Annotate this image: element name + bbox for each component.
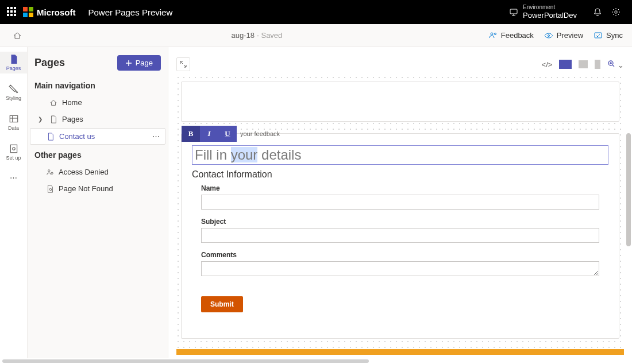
svg-point-8 xyxy=(12,148,15,150)
feedback-button[interactable]: Feedback xyxy=(488,31,534,40)
command-bar: aug-18 - Saved Feedback Preview Sync xyxy=(0,24,632,47)
more-options-icon[interactable]: ⋯ xyxy=(152,132,160,141)
feedback-icon xyxy=(488,31,498,40)
home-icon xyxy=(49,99,57,107)
svg-rect-5 xyxy=(595,33,602,38)
tree-item-not-found[interactable]: Page Not Found xyxy=(33,181,162,196)
field-subject: Subject xyxy=(201,218,599,243)
saved-indicator: - Saved xyxy=(255,31,282,40)
tree-item-pages[interactable]: ❯ Pages xyxy=(33,111,162,127)
tree-item-contact-us[interactable]: Contact us ⋯ xyxy=(30,128,165,145)
document-name: aug-18 xyxy=(231,31,254,40)
zoom-button[interactable]: ⌄ xyxy=(607,60,624,69)
preview-button[interactable]: Preview xyxy=(544,31,583,40)
environment-picker[interactable]: Environment PowerPortalDev xyxy=(509,4,577,20)
lock-person-icon xyxy=(46,168,54,176)
document-status: aug-18 - Saved xyxy=(25,31,488,40)
page-search-icon xyxy=(46,185,54,193)
rail-more[interactable]: ⋯ xyxy=(10,173,18,182)
input-subject[interactable] xyxy=(201,228,599,243)
microsoft-logo-icon xyxy=(23,7,33,17)
gear-icon xyxy=(611,7,621,17)
canvas-section-top[interactable] xyxy=(181,82,619,122)
page-icon xyxy=(9,54,19,64)
app-launcher-icon[interactable] xyxy=(7,7,17,17)
notifications-button[interactable] xyxy=(588,3,607,21)
viewport-tablet[interactable] xyxy=(579,60,588,68)
rail-data[interactable]: Data xyxy=(0,111,27,133)
code-view-button[interactable]: </> xyxy=(542,60,553,69)
svg-point-4 xyxy=(548,34,549,36)
page-icon xyxy=(49,115,57,123)
main-nav-tree: Home ❯ Pages Contact us ⋯ xyxy=(33,95,162,145)
svg-rect-0 xyxy=(510,9,517,14)
underline-button[interactable]: U xyxy=(218,126,237,142)
tree-item-access-denied[interactable]: Access Denied xyxy=(33,164,162,180)
design-canvas: </> ⌄ B I U your feedback Fill in your d… xyxy=(168,47,632,358)
main-nav-heading: Main navigation xyxy=(34,81,162,90)
field-comments: Comments xyxy=(201,251,599,278)
sync-button[interactable]: Sync xyxy=(594,31,623,40)
sync-icon xyxy=(594,31,603,40)
svg-rect-7 xyxy=(10,145,17,153)
label-name: Name xyxy=(201,184,599,192)
chevron-down-icon: ⌄ xyxy=(618,61,624,69)
product-name: Power Pages Preview xyxy=(88,7,173,17)
home-button[interactable] xyxy=(9,31,25,40)
panel-title: Pages xyxy=(34,57,65,69)
expand-icon xyxy=(179,60,187,68)
environment-label: Environment xyxy=(523,4,577,11)
input-comments[interactable] xyxy=(201,261,599,276)
fullscreen-toggle[interactable] xyxy=(176,57,190,71)
eye-icon xyxy=(544,31,553,40)
main-content: Pages Styling Data Set up ⋯ Pages Page M… xyxy=(0,47,632,358)
italic-button[interactable]: I xyxy=(200,126,218,142)
submit-button[interactable]: Submit xyxy=(201,296,243,312)
rail-setup[interactable]: Set up xyxy=(0,141,27,163)
plus-icon xyxy=(125,60,132,67)
bell-icon xyxy=(593,7,602,17)
heading-editor[interactable]: Fill in your details xyxy=(192,145,608,165)
viewport-desktop[interactable] xyxy=(559,60,572,69)
bold-button[interactable]: B xyxy=(182,126,200,142)
rail-pages[interactable]: Pages xyxy=(0,52,27,73)
settings-button[interactable] xyxy=(607,3,625,21)
page-icon xyxy=(47,133,55,141)
setup-icon xyxy=(9,144,19,154)
data-icon xyxy=(9,114,19,124)
input-name[interactable] xyxy=(201,195,599,210)
pages-panel: Pages Page Main navigation Home ❯ Pages … xyxy=(28,47,168,358)
canvas-toolbar: </> ⌄ xyxy=(176,57,624,71)
label-subject: Subject xyxy=(201,218,599,226)
text-format-toolbar: B I U your feedback xyxy=(182,126,280,142)
horizontal-scrollbar[interactable] xyxy=(0,358,632,364)
home-icon xyxy=(13,31,22,40)
environment-name: PowerPortalDev xyxy=(523,11,577,20)
footer-strip xyxy=(176,349,624,355)
other-pages-heading: Other pages xyxy=(34,150,162,160)
environment-icon xyxy=(509,7,518,17)
zoom-icon xyxy=(607,60,615,68)
canvas-section-form[interactable]: B I U your feedback Fill in your details… xyxy=(181,133,619,339)
tree-item-home[interactable]: Home xyxy=(33,95,162,110)
viewport-phone[interactable] xyxy=(595,60,600,69)
vertical-scrollbar[interactable] xyxy=(626,133,631,335)
label-comments: Comments xyxy=(201,251,599,259)
svg-point-3 xyxy=(494,33,496,34)
app-topbar: Microsoft Power Pages Preview Environmen… xyxy=(0,0,632,24)
svg-point-9 xyxy=(48,169,51,172)
rail-styling[interactable]: Styling xyxy=(0,82,27,103)
chevron-right-icon[interactable]: ❯ xyxy=(38,116,44,122)
left-rail: Pages Styling Data Set up ⋯ xyxy=(0,47,28,358)
field-name: Name xyxy=(201,184,599,210)
svg-point-2 xyxy=(491,33,493,35)
svg-point-1 xyxy=(615,11,617,13)
add-page-button[interactable]: Page xyxy=(117,55,161,71)
microsoft-brand-text: Microsoft xyxy=(37,7,76,17)
microsoft-logo: Microsoft xyxy=(23,7,76,17)
other-pages-tree: Access Denied Page Not Found xyxy=(33,164,162,196)
form-section-title: Contact Information xyxy=(192,169,608,180)
svg-point-11 xyxy=(49,188,52,191)
styling-icon xyxy=(9,84,19,94)
heading-text[interactable]: Fill in your details xyxy=(195,147,301,162)
